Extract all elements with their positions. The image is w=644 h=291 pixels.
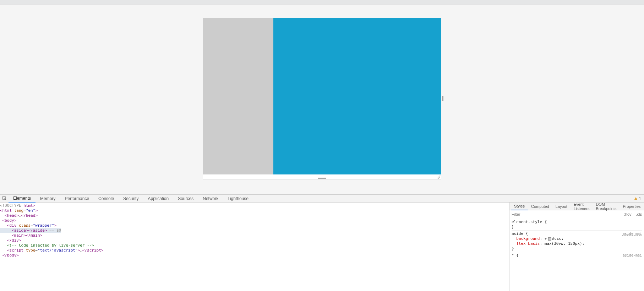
styles-tab-computed[interactable]: Computed <box>528 203 552 210</box>
cls-toggle[interactable]: .cls <box>634 212 644 216</box>
devtools-tabbar: Elements Memory Performance Console Secu… <box>0 195 644 203</box>
styles-tab-properties[interactable]: Properties <box>620 203 644 210</box>
inspect-icon[interactable] <box>1 195 9 202</box>
warnings-count: 1 <box>639 196 641 201</box>
responsive-viewport <box>0 5 644 195</box>
expand-icon[interactable] <box>545 238 547 240</box>
device-frame[interactable] <box>203 18 441 179</box>
rule-star[interactable]: aside-mai * { <box>512 252 642 259</box>
css-rules[interactable]: element.style { } aside-mai aside { back… <box>509 218 644 291</box>
tab-application[interactable]: Application <box>143 195 173 202</box>
resize-handle-right[interactable] <box>442 96 444 102</box>
rule-element-style[interactable]: element.style { } <box>512 219 642 231</box>
source-link[interactable]: aside-mai <box>623 231 642 236</box>
rule-aside[interactable]: aside-mai aside { background: #ccc; flex… <box>512 231 642 252</box>
styles-tab-dombreakpoints[interactable]: DOM Breakpoints <box>593 203 620 210</box>
styles-tabbar: Styles Computed Layout Event Listeners D… <box>509 203 644 210</box>
tab-sources[interactable]: Sources <box>173 195 198 202</box>
styles-tab-layout[interactable]: Layout <box>552 203 571 210</box>
browser-tab-strip <box>0 0 644 5</box>
source-link[interactable]: aside-mai <box>623 253 642 258</box>
tab-security[interactable]: Security <box>119 195 143 202</box>
rendered-aside <box>203 18 273 174</box>
styles-filter-row: :hov .cls <box>509 210 644 218</box>
dom-tree[interactable]: <!DOCTYPE html> <html lang="en"> <head>…… <box>0 203 509 291</box>
styles-pane: Styles Computed Layout Event Listeners D… <box>509 203 644 291</box>
tab-network[interactable]: Network <box>198 195 223 202</box>
color-swatch[interactable] <box>548 237 551 241</box>
rendered-main <box>273 18 441 174</box>
tab-console[interactable]: Console <box>94 195 119 202</box>
tab-elements[interactable]: Elements <box>9 195 36 203</box>
styles-tab-styles[interactable]: Styles <box>511 203 528 210</box>
tab-memory[interactable]: Memory <box>36 195 60 202</box>
tab-lighthouse[interactable]: Lighthouse <box>223 195 253 202</box>
warnings-badge[interactable]: 1 <box>631 195 644 202</box>
resize-handle-corner[interactable] <box>437 175 440 178</box>
styles-tab-eventlisteners[interactable]: Event Listeners <box>571 203 593 210</box>
warning-icon <box>634 197 638 200</box>
hov-toggle[interactable]: :hov <box>622 212 634 216</box>
resize-handle-bottom[interactable] <box>318 178 326 179</box>
styles-filter-input[interactable] <box>509 212 622 216</box>
rendered-page-layout <box>203 18 441 174</box>
tab-performance[interactable]: Performance <box>60 195 94 202</box>
devtools-panel: Elements Memory Performance Console Secu… <box>0 195 644 291</box>
